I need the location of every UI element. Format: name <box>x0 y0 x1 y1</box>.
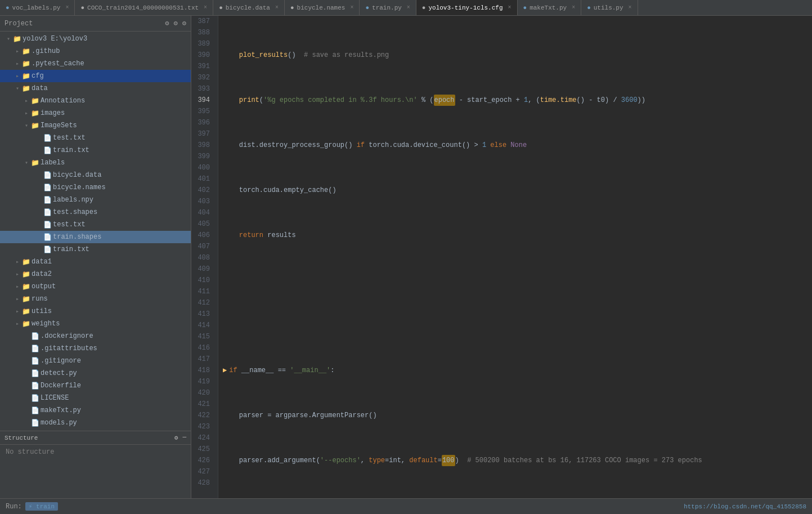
structure-content: No structure <box>0 445 191 459</box>
line-num-391: 391 <box>196 61 213 72</box>
tree-item-test-shapes[interactable]: 📄 test.shapes <box>0 206 191 218</box>
expand-arrow-data: ▾ <box>14 85 21 92</box>
line-num-390: 390 <box>196 50 213 61</box>
line-num-414: 414 <box>196 320 213 331</box>
project-label: Project <box>5 20 33 28</box>
tab-close[interactable]: × <box>275 5 279 11</box>
line-num-424: 424 <box>196 432 213 444</box>
tree-item-data[interactable]: ▾ 📁 data <box>0 82 191 95</box>
tab-label: bicycle.names <box>297 5 346 11</box>
tree-item-pytest[interactable]: ▸ 📁 .pytest_cache <box>0 57 191 70</box>
tab-bicycle-data[interactable]: ● bicycle.data × <box>213 0 285 15</box>
tree-item-maketxt-py[interactable]: 📄 makeTxt.py <box>0 404 191 417</box>
structure-settings-icon[interactable]: ⚙ <box>174 434 178 441</box>
structure-label: Structure <box>5 435 38 441</box>
tree-item-bicycle-data[interactable]: 📄 bicycle.data <box>0 169 191 181</box>
tree-item-train-txt-is[interactable]: 📄 train.txt <box>0 144 191 157</box>
tree-item-utils[interactable]: ▸ 📁 utils <box>0 305 191 318</box>
folder-icon-pytest: 📁 <box>21 60 30 68</box>
tree-item-github[interactable]: ▸ 📁 .github <box>0 45 191 57</box>
line-num-400: 400 <box>196 162 213 173</box>
tree-item-train-shapes[interactable]: 📄 train.shapes <box>0 231 191 243</box>
tree-label-data2: data2 <box>32 270 52 278</box>
folder-icon-images: 📁 <box>30 109 39 118</box>
tab-close[interactable]: × <box>350 5 353 11</box>
tree-item-dockerfile[interactable]: 📄 Dockerfile <box>0 379 191 392</box>
line-num-416: 416 <box>196 342 213 354</box>
tab-voc-labels[interactable]: ● voc_labels.py × <box>0 0 75 15</box>
line-num-422: 422 <box>196 410 213 421</box>
tree-item-images[interactable]: ▸ 📁 images <box>0 107 191 119</box>
tab-maketxt-icon: ● <box>523 5 527 11</box>
expand-arrow-images: ▸ <box>23 110 30 117</box>
sidebar: Project ⚙ ⚙ ⚙ ▾ 📁 yolov3 E:\yolov3 ▸ 📁 .… <box>0 16 191 498</box>
gitattr-icon: 📄 <box>30 345 39 353</box>
line-num-407: 407 <box>196 241 213 252</box>
tree-label-data: data <box>32 84 48 92</box>
tree-item-runs[interactable]: ▸ 📁 runs <box>0 293 191 305</box>
tree-item-yolov3[interactable]: ▾ 📁 yolov3 E:\yolov3 <box>0 33 191 45</box>
project-icons: ⚙ ⚙ ⚙ <box>165 19 186 28</box>
shapes-file-icon: 📄 <box>43 208 52 217</box>
code-line-394: ▶if __name__ == '__main__': <box>218 365 812 376</box>
tree-item-gitattr[interactable]: 📄 .gitattributes <box>0 342 191 355</box>
tab-close[interactable]: × <box>508 5 512 11</box>
tab-label: makeTxt.py <box>530 5 567 11</box>
tree-label-labels: labels <box>41 159 65 167</box>
tree-item-models-py[interactable]: 📄 models.py <box>0 417 191 429</box>
tree-item-data1[interactable]: ▸ 📁 data1 <box>0 256 191 268</box>
gear-icon2[interactable]: ⚙ <box>174 19 178 28</box>
tab-close[interactable]: × <box>572 5 575 11</box>
tab-yolov3-cfg[interactable]: ● yolov3-tiny-1cls.cfg × <box>416 0 518 15</box>
line-num-412: 412 <box>196 297 213 309</box>
tree-label-runs: runs <box>32 295 48 303</box>
txt-file-icon4: 📄 <box>43 245 52 254</box>
line-num-421: 421 <box>196 399 213 410</box>
tab-coco[interactable]: ● COCO_train2014_00000000531.txt × <box>75 0 213 15</box>
tab-utils[interactable]: ● utils.py × <box>581 0 638 15</box>
tab-close[interactable]: × <box>407 5 410 11</box>
tab-data-icon: ● <box>219 5 223 11</box>
structure-minus-icon[interactable]: ─ <box>182 434 186 441</box>
expand-arrow-runs: ▸ <box>14 296 21 302</box>
settings-icon[interactable]: ⚙ <box>165 19 169 28</box>
tree-label-images: images <box>41 109 65 117</box>
folder-icon-cfg: 📁 <box>21 72 30 81</box>
tree-item-test-txt-is[interactable]: 📄 test.txt <box>0 132 191 144</box>
tree-item-detect-py[interactable]: 📄 detect.py <box>0 367 191 379</box>
line-num-401: 401 <box>196 173 213 185</box>
folder-icon-data: 📁 <box>21 84 30 93</box>
tab-close[interactable]: × <box>629 5 632 11</box>
tree-item-bicycle-names[interactable]: 📄 bicycle.names <box>0 181 191 194</box>
tree-item-labels-npy[interactable]: 📄 labels.npy <box>0 194 191 206</box>
line-num-408: 408 <box>196 252 213 263</box>
tree-label-bicycle-data: bicycle.data <box>53 171 101 179</box>
tab-close[interactable]: × <box>65 5 69 11</box>
tree-item-weights[interactable]: ▸ 📁 weights <box>0 318 191 330</box>
tree-item-train-txt2[interactable]: 📄 train.txt <box>0 243 191 256</box>
line-num-418: 418 <box>196 365 213 376</box>
line-num-389: 389 <box>196 38 213 50</box>
tree-item-license[interactable]: 📄 LICENSE <box>0 392 191 404</box>
cog-icon[interactable]: ⚙ <box>182 19 186 28</box>
folder-icon-imagesets: 📁 <box>30 122 39 130</box>
line-num-423: 423 <box>196 421 213 432</box>
tab-train-py[interactable]: ● train.py × <box>360 0 416 15</box>
run-bar: Run: ⚡ train https://blog.csdn.net/qq_41… <box>0 498 812 514</box>
line-numbers: 387 388 389 390 391 392 393 394 395 396 … <box>191 16 218 498</box>
tree-item-annotations[interactable]: ▸ 📁 Annotations <box>0 95 191 107</box>
tree-item-dockerignore[interactable]: 📄 .dockerignore <box>0 330 191 342</box>
tree-item-gitignore[interactable]: 📄 .gitignore <box>0 355 191 367</box>
tab-bicycle-names[interactable]: ● bicycle.names × <box>285 0 360 15</box>
tree-item-labels[interactable]: ▾ 📁 labels <box>0 157 191 169</box>
tree-item-imagesets[interactable]: ▾ 📁 ImageSets <box>0 119 191 132</box>
tab-close[interactable]: × <box>204 5 207 11</box>
tree-item-data2[interactable]: ▸ 📁 data2 <box>0 268 191 280</box>
tree-item-output[interactable]: ▸ 📁 output <box>0 280 191 293</box>
tree-item-test-txt2[interactable]: 📄 test.txt <box>0 218 191 231</box>
dockerignore-icon: 📄 <box>30 332 39 341</box>
tree-label-cfg: cfg <box>32 72 44 80</box>
tree-item-cfg[interactable]: ▸ 📁 cfg <box>0 70 191 82</box>
tab-maketxt[interactable]: ● makeTxt.py × <box>518 0 582 15</box>
code-line-392 <box>218 275 812 286</box>
